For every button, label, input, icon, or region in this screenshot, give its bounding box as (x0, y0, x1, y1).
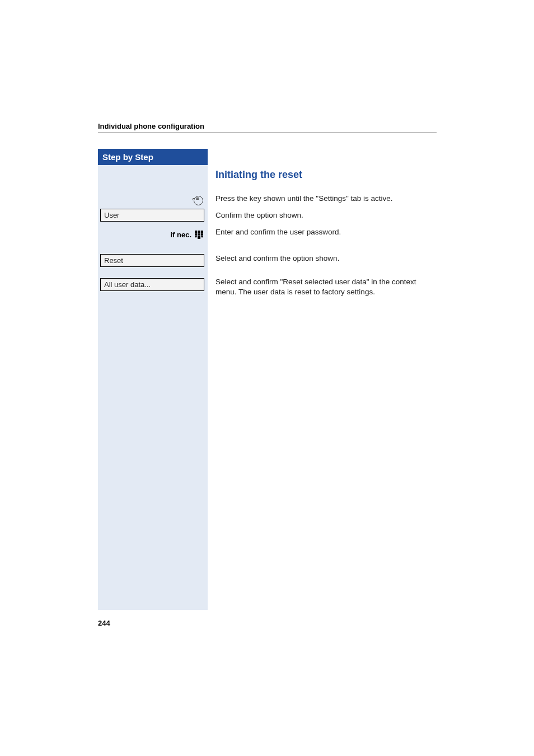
menu-option-user: User (100, 209, 204, 222)
menu-option-reset: Reset (100, 254, 204, 267)
instruction-step-1: Press the key shown until the "Settings"… (216, 194, 437, 204)
section-heading: Initiating the reset (216, 169, 437, 181)
if-necessary-label: if nec. (170, 231, 191, 239)
header-divider (98, 133, 437, 133)
page-content: Individual phone configuration Step by S… (0, 0, 534, 610)
instruction-column: Initiating the reset Press the key shown… (208, 149, 437, 304)
settings-key-row (98, 193, 208, 205)
instruction-step-2: Confirm the option shown. (216, 210, 437, 220)
instruction-step-4: Select and confirm the option shown. (216, 253, 437, 264)
if-necessary-row: if nec. (98, 226, 208, 243)
two-column-layout: Step by Step User if nec. Reset All user (98, 149, 534, 610)
page-number: 244 (98, 619, 110, 627)
settings-key-icon (194, 196, 203, 205)
keypad-icon (195, 231, 203, 239)
page-header-title: Individual phone configuration (98, 122, 534, 130)
sidebar-title: Step by Step (98, 149, 208, 165)
step-by-step-sidebar: Step by Step User if nec. Reset All user (98, 149, 208, 610)
instruction-step-5: Select and confirm "Reset selected user … (216, 277, 437, 297)
menu-option-all-user-data: All user data... (100, 278, 204, 291)
instruction-step-3: Enter and confirm the user password. (216, 227, 437, 237)
